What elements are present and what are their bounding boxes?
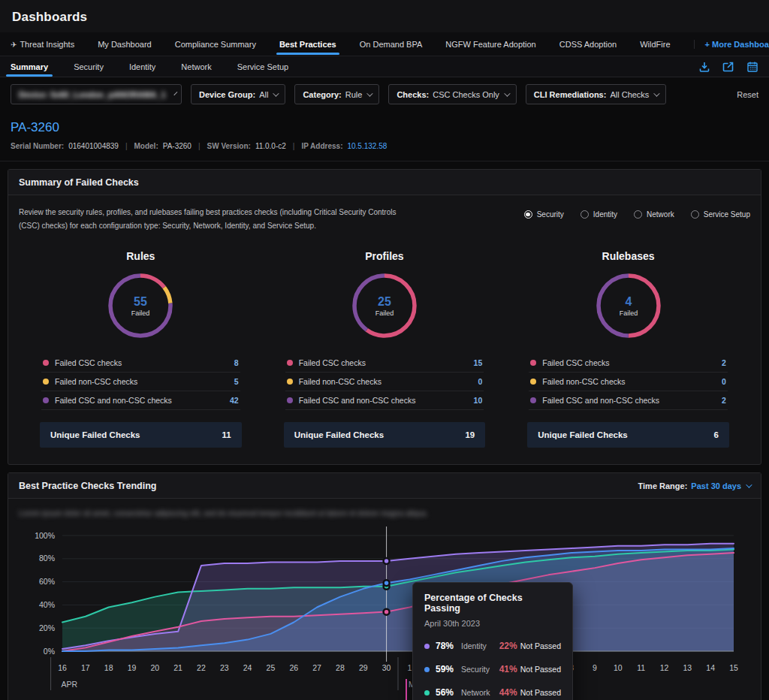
tab-best-practices[interactable]: Best Practices (279, 33, 336, 55)
card-title: Rulebases (527, 250, 729, 262)
svg-text:Failed: Failed (619, 309, 638, 317)
chevron-down-icon (504, 90, 510, 96)
device-select[interactable]: Device: 5x60_London_pANORAMA_1 (11, 84, 182, 104)
svg-text:29: 29 (359, 663, 368, 672)
tab-compliance-summary[interactable]: Compliance Summary (175, 33, 256, 55)
svg-text:25: 25 (267, 663, 276, 672)
reset-button[interactable]: Reset (737, 90, 758, 99)
radio-security[interactable]: Security (524, 210, 564, 219)
device-meta: Serial Number: 016401004839 | Model: PA-… (11, 142, 758, 150)
csc-dot-icon (530, 360, 536, 366)
rules-card: Rules 55Failed Failed CSC checks8 Failed… (19, 240, 263, 448)
time-range-select[interactable]: Time Range: Past 30 days (638, 481, 750, 490)
svg-text:20%: 20% (39, 623, 55, 632)
legend-row: Failed CSC and non-CSC checks42 (41, 391, 240, 410)
legend-row: Failed CSC and non-CSC checks2 (529, 391, 728, 410)
share-icon[interactable] (722, 61, 734, 73)
tab-on-demand-bpa[interactable]: On Demand BPA (360, 33, 423, 55)
svg-text:30: 30 (382, 663, 391, 672)
download-icon[interactable] (698, 61, 710, 73)
svg-text:12: 12 (660, 663, 669, 672)
summary-panel-header: Summary of Failed Checks (8, 170, 761, 195)
tooltip-row: 59%Security41%Not Passed (424, 664, 561, 674)
tab-my-dashboard[interactable]: My Dashboard (98, 33, 152, 55)
rules-donut-chart: 55Failed (106, 271, 175, 340)
section-tab-bar: Summary Security Identity Network Servic… (0, 56, 769, 77)
checks-select[interactable]: Checks: CSC Checks Only (388, 84, 516, 104)
svg-text:55: 55 (134, 295, 147, 308)
scrubber-line[interactable] (406, 679, 407, 700)
svg-text:40%: 40% (39, 600, 55, 609)
unique-failed-checks: Unique Failed Checks6 (527, 422, 729, 448)
summary-panel-title: Summary of Failed Checks (19, 177, 139, 188)
svg-text:100%: 100% (35, 531, 55, 540)
tooltip-date: April 30th 2023 (424, 619, 561, 628)
ip-address-link[interactable]: 10.5.132.58 (347, 142, 387, 150)
svg-text:60%: 60% (39, 577, 55, 586)
tab-network[interactable]: Network (181, 56, 211, 77)
card-title: Profiles (284, 250, 486, 262)
device-group-select[interactable]: Device Group: All (191, 84, 285, 104)
rulebases-donut-chart: 4Failed (594, 271, 663, 340)
tab-security[interactable]: Security (74, 56, 104, 77)
tab-identity[interactable]: Identity (129, 56, 155, 77)
app-header: Dashboards (0, 0, 769, 32)
chevron-down-icon (367, 90, 373, 96)
svg-text:11: 11 (637, 663, 645, 672)
chevron-down-icon (654, 90, 660, 96)
svg-text:APR: APR (62, 680, 78, 689)
svg-text:0%: 0% (44, 647, 55, 656)
dashboard-tab-bar: ✈Threat Insights My Dashboard Compliance… (0, 32, 769, 56)
failed-checks-cards: Rules 55Failed Failed CSC checks8 Failed… (8, 235, 761, 464)
summary-desc-row: Review the security rules, profiles, and… (8, 195, 761, 235)
chevron-down-icon (173, 92, 177, 95)
csc-dot-icon (287, 360, 293, 366)
tooltip-title: Percentage of Checks Passing (424, 593, 561, 614)
tab-wildfire[interactable]: WildFire (640, 33, 670, 55)
category-select[interactable]: Category: Rule (294, 84, 379, 104)
rulebases-legend: Failed CSC checks2 Failed non-CSC checks… (529, 354, 728, 410)
calendar-icon[interactable] (746, 61, 758, 73)
trending-panel-title: Best Practice Checks Trending (19, 481, 156, 491)
radio-identity[interactable]: Identity (581, 210, 617, 219)
svg-text:27: 27 (312, 663, 321, 672)
radio-network[interactable]: Network (634, 210, 674, 219)
svg-text:25: 25 (378, 295, 391, 308)
csc-dot-icon (43, 360, 49, 366)
legend-row: Failed CSC checks2 (529, 354, 728, 373)
radio-icon (691, 210, 699, 219)
legend-row: Failed non-CSC checks0 (285, 373, 484, 391)
svg-text:21: 21 (173, 663, 182, 672)
identity-dot-icon (424, 644, 430, 649)
radio-service-setup[interactable]: Service Setup (691, 210, 750, 219)
svg-text:23: 23 (220, 663, 229, 672)
svg-text:20: 20 (150, 663, 159, 672)
svg-text:80%: 80% (39, 554, 55, 563)
best-practice-trending-panel: Best Practice Checks Trending Time Range… (8, 472, 761, 700)
tab-cdss-adoption[interactable]: CDSS Adoption (559, 33, 617, 55)
tab-threat-insights[interactable]: ✈Threat Insights (11, 33, 74, 55)
trend-area-chart[interactable]: 0%20%40%60%80%100%1617181920212223242526… (19, 522, 758, 700)
tab-service-setup[interactable]: Service Setup (237, 56, 288, 77)
svg-text:19: 19 (128, 663, 137, 672)
cli-remediations-select[interactable]: CLI Remediations: All Checks (526, 84, 667, 104)
device-name-link[interactable]: PA-3260 (11, 120, 758, 135)
config-type-radio-group: Security Identity Network Service Setup (524, 206, 750, 219)
svg-text:1: 1 (407, 663, 412, 672)
more-dashboards-button[interactable]: + More Dashboards (694, 40, 769, 49)
legend-row: Failed CSC checks15 (285, 354, 484, 373)
tab-ngfw-feature-adoption[interactable]: NGFW Feature Adoption (445, 33, 535, 55)
rulebases-card: Rulebases 4Failed Failed CSC checks2 Fai… (506, 240, 750, 448)
threat-insights-icon: ✈ (11, 41, 17, 49)
legend-row: Failed non-CSC checks0 (529, 373, 728, 391)
svg-text:9: 9 (593, 663, 597, 672)
svg-text:17: 17 (81, 663, 90, 672)
svg-text:Failed: Failed (131, 309, 150, 317)
tab-summary[interactable]: Summary (11, 56, 48, 77)
svg-text:18: 18 (104, 663, 113, 672)
summary-description: Review the security rules, profiles, and… (19, 206, 396, 232)
security-dot-icon (424, 667, 430, 672)
profiles-legend: Failed CSC checks15 Failed non-CSC check… (285, 354, 484, 410)
both-dot-icon (43, 397, 49, 403)
profiles-card: Profiles 25Failed Failed CSC checks15 Fa… (263, 240, 507, 448)
